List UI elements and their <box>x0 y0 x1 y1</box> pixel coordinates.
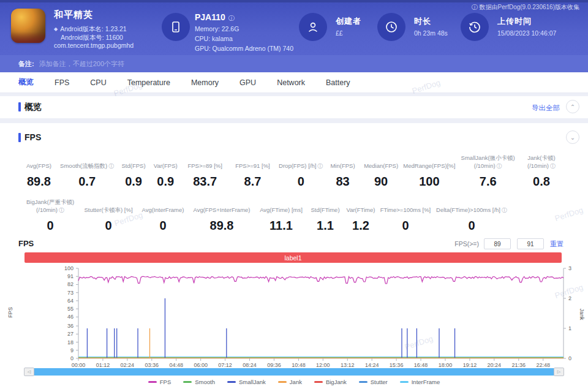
legend-label: Jank <box>290 379 302 385</box>
fps-threshold-input-1[interactable] <box>484 238 511 249</box>
info-icon[interactable]: ⓘ <box>502 207 507 213</box>
x-axis-tick-label: 10:48 <box>286 362 311 368</box>
legend-item-smooth[interactable]: Smooth <box>183 379 215 385</box>
header: 和平精英 ◆Android版本名: 1.23.21 Android版本号: 11… <box>0 0 588 55</box>
metric-value: 8.7 <box>244 175 262 189</box>
app-icon <box>11 9 45 43</box>
metric-label: Median(FPS) <box>364 162 398 170</box>
legend-label: BigJank <box>326 379 347 385</box>
tab-network[interactable]: Network <box>277 78 305 87</box>
legend-item-fps[interactable]: FPS <box>148 379 171 385</box>
x-axis-tick-label: 12:00 <box>311 362 335 368</box>
overview-collapse-button[interactable]: ⌃ <box>566 100 579 113</box>
metric-cell: Avg(InterFrame)0 <box>137 198 189 233</box>
legend-label: SmallJank <box>239 379 266 385</box>
fps-collapse-button[interactable]: ⌄ <box>566 130 579 144</box>
info-icon[interactable]: ⓘ <box>317 163 323 169</box>
metric-cell: FPS>=91 [%]8.7 <box>229 154 277 189</box>
info-icon: ⓘ <box>472 4 480 10</box>
version-note: ⓘ 数据由PerfDog(9.0.230616)版本收集 <box>472 3 579 12</box>
metric-value: 83.7 <box>193 175 217 189</box>
metric-value: 100 <box>419 175 439 189</box>
metric-value: 0.8 <box>533 175 550 189</box>
tab-概览[interactable]: 概览 <box>18 77 34 88</box>
x-axis-tick-label: 14:24 <box>360 362 384 368</box>
metric-cell: Std(FPS)0.9 <box>117 154 149 189</box>
info-icon[interactable]: ⓘ <box>497 163 502 169</box>
threshold-reset-button[interactable]: 重置 <box>550 240 564 249</box>
metric-label: Avg(FTime) [ms] <box>260 206 303 214</box>
fps-metrics-row-1: Avg(FPS)89.8Smooth(流畅指数)ⓘ0.7Std(FPS)0.9V… <box>21 154 564 189</box>
legend-item-bigjank[interactable]: BigJank <box>314 379 347 385</box>
legend-item-stutter[interactable]: Stutter <box>359 379 388 385</box>
chart-range-scrollbar[interactable]: ◁ ▷ <box>24 368 564 376</box>
metric-label: Std(FPS) <box>122 162 146 170</box>
scrollbar-right-handle[interactable]: ▷ <box>554 368 564 376</box>
fps-metrics-row-2: BigJank(严重卡顿)(/10min)ⓘ0Stutter(卡顿率) [%]0… <box>21 198 511 233</box>
tab-battery[interactable]: Battery <box>326 78 350 87</box>
legend-item-interframe[interactable]: InterFrame <box>400 379 440 385</box>
x-axis-tick-label: 08:24 <box>238 362 262 368</box>
duration-icon <box>377 13 405 41</box>
history-clock-icon <box>468 20 481 34</box>
left-axis-tick-label: 91 <box>56 273 74 279</box>
chart-label-banner: label1 <box>24 252 562 263</box>
phone-icon <box>170 21 182 33</box>
left-axis-tick-label: 64 <box>56 298 74 304</box>
metric-cell: BigJank(严重卡顿)(/10min)ⓘ0 <box>21 198 80 233</box>
metric-cell: Avg(FPS+InterFrame)89.8 <box>189 198 255 233</box>
metric-value: 0 <box>402 219 409 233</box>
chevron-up-icon: ⌃ <box>570 104 575 110</box>
metric-value: 0.9 <box>157 175 174 189</box>
left-axis-tick-label: 46 <box>56 314 74 320</box>
metric-label: Avg(FPS) <box>26 162 51 170</box>
legend-color-dash <box>314 381 323 383</box>
metric-value: 0 <box>47 219 53 233</box>
device-name: PJA110ⓘ <box>195 12 235 23</box>
duration-label: 时长 <box>414 16 431 27</box>
x-axis-tick-label: 16:48 <box>409 362 433 368</box>
metric-cell: Jank(卡顿)(/10min)ⓘ0.8 <box>519 154 564 189</box>
x-axis-tick-label: 06:00 <box>189 362 213 368</box>
scrollbar-left-handle[interactable]: ◁ <box>24 368 34 376</box>
x-axis-tick-label: 00:00 <box>66 362 91 368</box>
tab-fps[interactable]: FPS <box>55 78 69 87</box>
metric-value: 7.6 <box>480 175 497 189</box>
legend-label: FPS <box>160 379 171 385</box>
info-icon[interactable]: ⓘ <box>228 14 235 23</box>
remark-input[interactable]: 添加备注，不超过200个字符 <box>39 59 124 69</box>
tab-gpu[interactable]: GPU <box>239 78 256 87</box>
fps-threshold-controls: FPS(>=) 重置 <box>454 238 564 249</box>
export-all-link[interactable]: 导出全部 <box>532 104 560 113</box>
fps-section-title: FPS <box>24 132 41 142</box>
tab-temperature[interactable]: Temperature <box>127 78 170 87</box>
right-axis-tick-label: 2 <box>568 295 578 301</box>
left-axis-tick-label: 82 <box>56 281 74 287</box>
metric-cell: Drop(FPS) [/h]ⓘ0 <box>276 154 325 189</box>
info-icon[interactable]: ⓘ <box>550 163 556 169</box>
overview-section-bar: 概览 导出全部 ⌃ <box>0 96 588 118</box>
legend-item-jank[interactable]: Jank <box>278 379 302 385</box>
info-icon[interactable]: ⓘ <box>59 207 64 213</box>
tab-memory[interactable]: Memory <box>191 78 219 87</box>
info-icon[interactable]: ⓘ <box>108 163 114 169</box>
right-axis-tick-label: 1 <box>568 325 578 331</box>
metric-label: Drop(FPS) [/h]ⓘ <box>279 162 323 170</box>
fps-chart-plot <box>78 268 564 358</box>
legend-label: Smooth <box>195 379 215 385</box>
fps-series-line <box>78 276 564 284</box>
creator-icon <box>299 13 327 41</box>
fps-threshold-input-2[interactable] <box>517 238 544 249</box>
legend-color-dash <box>400 381 409 383</box>
left-axis-tick-label: 27 <box>56 331 74 337</box>
metric-label: Stutter(卡顿率) [%] <box>84 206 132 214</box>
metric-label: MedRange(FPS)[%] <box>403 162 455 170</box>
left-axis-tick-label: 73 <box>56 290 74 296</box>
overview-section-title: 概览 <box>24 102 42 113</box>
tab-cpu[interactable]: CPU <box>90 78 106 87</box>
metric-cell: MedRange(FPS)[%]100 <box>402 154 456 189</box>
legend-item-smalljank[interactable]: SmallJank <box>227 379 266 385</box>
right-axis-title: Jank <box>579 308 585 320</box>
section-marker <box>18 133 21 142</box>
metric-value: 1.1 <box>317 219 334 233</box>
